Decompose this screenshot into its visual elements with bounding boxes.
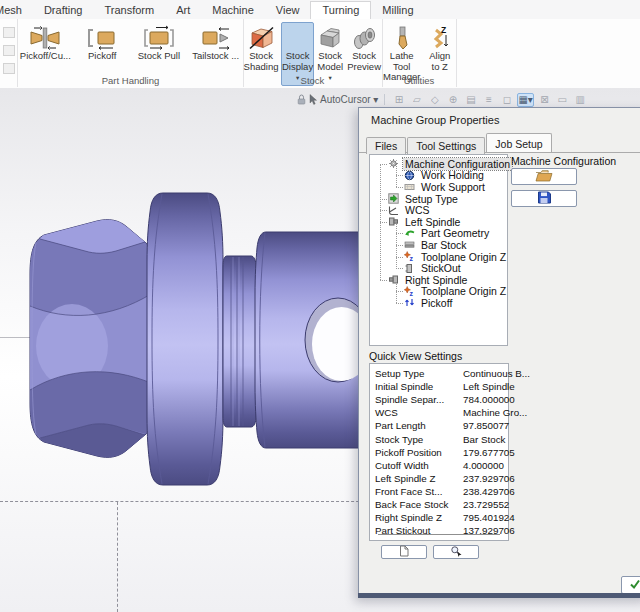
- align-to-z-button[interactable]: ZAlign to Z: [424, 22, 457, 74]
- setting-row-front-face-st: Front Face St...238.429706: [370, 485, 508, 498]
- report-button[interactable]: [381, 545, 427, 559]
- origin-icon[interactable]: ⊕: [445, 93, 460, 107]
- tree-item-wcs[interactable]: WCS: [370, 204, 507, 216]
- setting-row-spindle-separ: Spindle Separ...784.000000: [370, 393, 508, 406]
- setting-row-right-spindle-z: Right Spindle Z795.401924: [370, 511, 508, 524]
- job-setup-tree: Machine ConfigurationWork HoldingWork Su…: [370, 155, 507, 309]
- planes-icon[interactable]: ▱: [409, 93, 424, 107]
- tree-item-label: Part Geometry: [419, 227, 491, 239]
- button-label: Tailstock ...: [192, 51, 239, 62]
- tailstock-button[interactable]: Tailstock ...: [188, 22, 243, 64]
- tree-item-work-support[interactable]: Work Support: [370, 181, 507, 193]
- setting-name: Right Spindle Z: [370, 512, 463, 523]
- tree-item-label: Bar Stock: [419, 239, 469, 251]
- dialog-tab-tool-settings[interactable]: Tool Settings: [407, 137, 485, 154]
- tree-item-setup-type[interactable]: Setup Type: [370, 193, 507, 205]
- ribbon-tab-machine[interactable]: Machine: [201, 1, 265, 19]
- load-machine-configuration-button[interactable]: [511, 168, 577, 185]
- stock-pull-icon: [142, 24, 176, 51]
- quick-view-settings-label: Quick View Settings: [369, 350, 462, 362]
- work-support-icon: [404, 181, 416, 192]
- clipped-ribbon-button[interactable]: [3, 45, 15, 56]
- tree-item-left-spindle[interactable]: Left Spindle: [370, 216, 507, 228]
- machine-configuration-label: Machine Configuration: [511, 155, 616, 167]
- stock-shading-button[interactable]: Stock Shading: [243, 22, 279, 74]
- toolplane-z-icon: z: [404, 286, 416, 297]
- stock-preview-icon: [351, 24, 377, 51]
- levels-icon[interactable]: ≡: [481, 93, 496, 107]
- setting-row-stock-type: Stock TypeBar Stock: [370, 432, 508, 445]
- setting-value: Machine Gro...: [463, 407, 527, 418]
- clipped-ribbon-button[interactable]: [3, 63, 15, 74]
- tree-item-label: Work Holding: [419, 169, 486, 181]
- job-setup-tree-panel: Machine ConfigurationWork HoldingWork Su…: [369, 154, 508, 346]
- ribbon-tab-view[interactable]: View: [265, 1, 311, 19]
- svg-text:z: z: [410, 255, 414, 262]
- stock-pull-button[interactable]: Stock Pull: [132, 22, 187, 64]
- ribbon-tab-transform[interactable]: Transform: [93, 1, 165, 19]
- setting-row-pickoff-position: Pickoff Position179.677705: [370, 446, 508, 459]
- stock-model-icon: [317, 24, 343, 51]
- setting-row-cutoff-width: Cutoff Width4.000000: [370, 459, 508, 472]
- dialog-title: Machine Group Properties: [371, 114, 499, 126]
- pickoff-cu-button[interactable]: Pickoff/Cu...: [18, 22, 73, 64]
- save-machine-configuration-button[interactable]: [511, 190, 577, 207]
- setting-value: 23.729552: [463, 499, 509, 510]
- tree-item-toolplane-origin-z[interactable]: zToolplane Origin Z: [370, 286, 507, 298]
- tree-item-machine-configuration[interactable]: Machine Configuration: [370, 158, 507, 170]
- ribbon-tab-mesh[interactable]: Mesh: [0, 1, 33, 19]
- tree-item-label: Toolplane Origin Z: [419, 251, 508, 263]
- grid-icon[interactable]: ▤: [463, 93, 478, 107]
- quick-view-settings-table: Setup TypeContinuous B...Initial Spindle…: [369, 363, 509, 541]
- stock-preview-button[interactable]: Stock Preview: [346, 22, 382, 74]
- autocursor-dropdown[interactable]: AutoCursor ▾: [320, 94, 378, 105]
- tree-item-right-spindle[interactable]: Right Spindle: [370, 274, 507, 286]
- gview-icon[interactable]: ⊞: [391, 93, 406, 107]
- select-cursor-icon[interactable]: [309, 91, 317, 109]
- tree-item-pickoff[interactable]: Pickoff: [370, 297, 507, 309]
- setting-name: Front Face St...: [370, 486, 463, 497]
- dialog-tab-job-setup[interactable]: Job Setup: [486, 133, 551, 152]
- setting-value: 784.000000: [463, 394, 515, 405]
- setting-name: WCS: [370, 407, 463, 418]
- table-bottom-separator: [378, 534, 500, 535]
- button-label: Pickoff/Cu...: [20, 51, 71, 62]
- stickout-icon: [404, 263, 416, 274]
- ribbon-clipped-group: [0, 19, 18, 87]
- button-label: Stock Shading: [244, 51, 279, 72]
- zoom-window-icon[interactable]: ◇: [427, 93, 442, 107]
- pickoff-button[interactable]: Pickoff: [75, 22, 130, 64]
- setting-row-wcs: WCSMachine Gro...: [370, 406, 508, 419]
- group-label-part-handling: Part Handling: [18, 75, 243, 86]
- setting-name: Left Spindle Z: [370, 473, 463, 484]
- tree-item-label: Work Support: [419, 181, 487, 193]
- ribbon-tab-milling[interactable]: Milling: [371, 1, 424, 19]
- setting-row-setup-type: Setup TypeContinuous B...: [370, 367, 508, 380]
- axes-icon[interactable]: ⊠: [537, 93, 552, 107]
- tree-item-part-geometry[interactable]: Part Geometry: [370, 228, 507, 240]
- tree-item-stickout[interactable]: StickOut: [370, 262, 507, 274]
- ribbon-tabs: MeshDraftingTransformArtMachineViewTurni…: [0, 0, 640, 19]
- setting-value: 4.000000: [463, 460, 504, 471]
- tree-item-bar-stock[interactable]: Bar Stock: [370, 239, 507, 251]
- tree-item-work-holding[interactable]: Work Holding: [370, 170, 507, 182]
- construction-line-vertical: [117, 502, 118, 612]
- mask-icon[interactable]: ▭: [555, 93, 570, 107]
- select-entities-button[interactable]: [433, 545, 479, 559]
- group-label-stock: Stock: [243, 75, 382, 86]
- options-icon[interactable]: ▥: [573, 93, 588, 107]
- lathe-tool-icon: [391, 24, 413, 51]
- dialog-tab-files[interactable]: Files: [366, 137, 406, 154]
- lock-icon[interactable]: [297, 91, 306, 109]
- ok-button[interactable]: [621, 576, 640, 594]
- clipped-ribbon-button[interactable]: [3, 27, 15, 38]
- stock-display-toggle-icon[interactable]: ▦▾: [517, 93, 533, 107]
- section-view-icon[interactable]: ◻: [499, 93, 514, 107]
- gear-icon: [388, 158, 400, 169]
- tree-item-toolplane-origin-z[interactable]: zToolplane Origin Z: [370, 251, 507, 263]
- bar-stock-icon: [404, 239, 416, 250]
- ribbon-tab-drafting[interactable]: Drafting: [33, 1, 94, 19]
- stock-shading-icon: [248, 24, 274, 51]
- ribbon-tab-turning[interactable]: Turning: [310, 1, 371, 19]
- ribbon-tab-art[interactable]: Art: [165, 1, 201, 19]
